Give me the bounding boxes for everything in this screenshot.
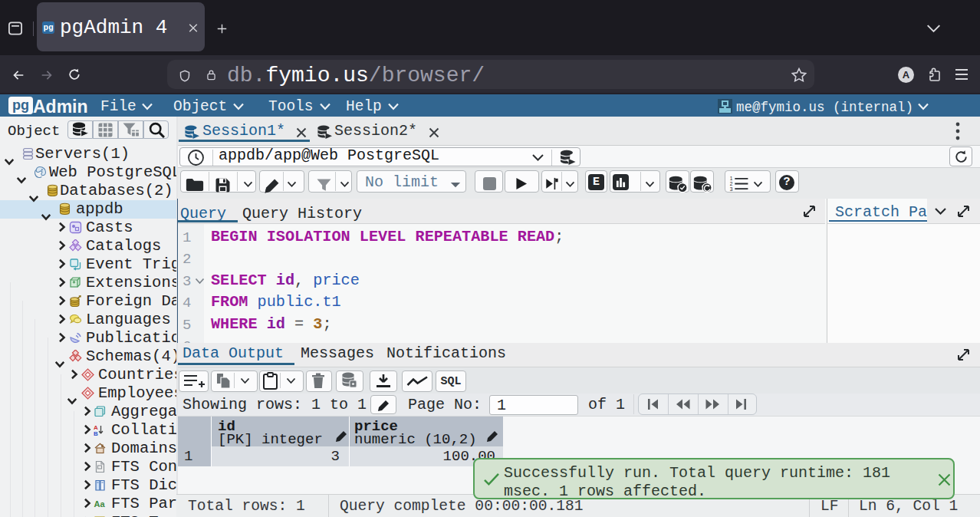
svg-text:Aa: Aa: [94, 499, 106, 509]
svg-text:B: B: [94, 430, 98, 437]
svg-text:3: 3: [730, 186, 733, 191]
